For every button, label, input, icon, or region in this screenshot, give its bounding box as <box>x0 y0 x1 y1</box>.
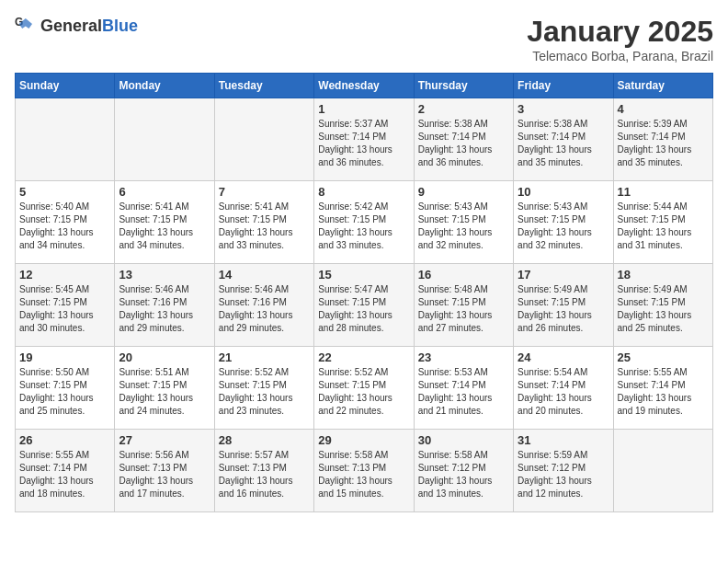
calendar-title: January 2025 <box>527 15 713 49</box>
header-friday: Friday <box>514 74 613 98</box>
calendar-cell <box>613 430 712 512</box>
calendar-cell: 26Sunrise: 5:55 AM Sunset: 7:14 PM Dayli… <box>16 430 115 512</box>
header-tuesday: Tuesday <box>214 74 313 98</box>
header-monday: Monday <box>115 74 214 98</box>
day-info: Sunrise: 5:55 AM Sunset: 7:14 PM Dayligh… <box>618 366 709 418</box>
day-info: Sunrise: 5:47 AM Sunset: 7:15 PM Dayligh… <box>318 283 409 335</box>
day-number: 22 <box>318 350 409 364</box>
day-number: 4 <box>618 102 709 116</box>
calendar-cell <box>115 98 214 181</box>
calendar-cell: 31Sunrise: 5:59 AM Sunset: 7:12 PM Dayli… <box>514 430 613 512</box>
calendar-cell <box>214 98 313 181</box>
day-number: 26 <box>19 433 110 447</box>
calendar-week-1: 1Sunrise: 5:37 AM Sunset: 7:14 PM Daylig… <box>16 98 713 181</box>
calendar-cell: 14Sunrise: 5:46 AM Sunset: 7:16 PM Dayli… <box>214 264 313 347</box>
calendar-cell: 10Sunrise: 5:43 AM Sunset: 7:15 PM Dayli… <box>514 181 613 264</box>
day-info: Sunrise: 5:43 AM Sunset: 7:15 PM Dayligh… <box>518 201 609 252</box>
calendar-cell: 16Sunrise: 5:48 AM Sunset: 7:15 PM Dayli… <box>414 264 513 347</box>
day-number: 25 <box>618 350 709 364</box>
logo-wordmark: GeneralBlue <box>40 17 138 36</box>
day-info: Sunrise: 5:37 AM Sunset: 7:14 PM Dayligh… <box>318 118 409 169</box>
day-info: Sunrise: 5:54 AM Sunset: 7:14 PM Dayligh… <box>518 366 609 418</box>
day-info: Sunrise: 5:52 AM Sunset: 7:15 PM Dayligh… <box>219 366 310 418</box>
day-info: Sunrise: 5:45 AM Sunset: 7:15 PM Dayligh… <box>19 283 110 335</box>
logo-blue: Blue <box>102 17 138 35</box>
day-info: Sunrise: 5:41 AM Sunset: 7:15 PM Dayligh… <box>119 201 210 252</box>
calendar-cell: 29Sunrise: 5:58 AM Sunset: 7:13 PM Dayli… <box>314 430 414 512</box>
day-number: 31 <box>518 433 609 447</box>
day-info: Sunrise: 5:56 AM Sunset: 7:13 PM Dayligh… <box>119 449 210 500</box>
day-number: 12 <box>19 268 110 282</box>
day-number: 17 <box>518 268 609 282</box>
header-thursday: Thursday <box>414 74 513 98</box>
header-sunday: Sunday <box>16 74 115 98</box>
day-info: Sunrise: 5:50 AM Sunset: 7:15 PM Dayligh… <box>19 366 110 418</box>
day-info: Sunrise: 5:46 AM Sunset: 7:16 PM Dayligh… <box>219 283 310 335</box>
calendar-cell: 24Sunrise: 5:54 AM Sunset: 7:14 PM Dayli… <box>514 347 613 430</box>
calendar-body: 1Sunrise: 5:37 AM Sunset: 7:14 PM Daylig… <box>16 98 713 512</box>
calendar-cell: 5Sunrise: 5:40 AM Sunset: 7:15 PM Daylig… <box>16 181 115 264</box>
day-number: 10 <box>518 185 609 199</box>
logo-general: General <box>40 17 102 35</box>
calendar-cell: 28Sunrise: 5:57 AM Sunset: 7:13 PM Dayli… <box>214 430 313 512</box>
day-info: Sunrise: 5:57 AM Sunset: 7:13 PM Dayligh… <box>219 449 310 500</box>
day-info: Sunrise: 5:40 AM Sunset: 7:15 PM Dayligh… <box>19 201 110 252</box>
calendar-header: Sunday Monday Tuesday Wednesday Thursday… <box>16 74 713 98</box>
day-info: Sunrise: 5:41 AM Sunset: 7:15 PM Dayligh… <box>219 201 310 252</box>
day-number: 16 <box>418 268 509 282</box>
calendar-cell: 21Sunrise: 5:52 AM Sunset: 7:15 PM Dayli… <box>214 347 313 430</box>
header: G GeneralBlue January 2025 Telemaco Borb… <box>15 15 713 63</box>
calendar-week-2: 5Sunrise: 5:40 AM Sunset: 7:15 PM Daylig… <box>16 181 713 264</box>
calendar-cell: 6Sunrise: 5:41 AM Sunset: 7:15 PM Daylig… <box>115 181 214 264</box>
day-number: 1 <box>318 102 409 116</box>
day-info: Sunrise: 5:48 AM Sunset: 7:15 PM Dayligh… <box>418 283 509 335</box>
calendar-subtitle: Telemaco Borba, Parana, Brazil <box>527 49 713 63</box>
day-number: 9 <box>418 185 509 199</box>
day-number: 28 <box>219 433 310 447</box>
day-info: Sunrise: 5:39 AM Sunset: 7:14 PM Dayligh… <box>618 118 709 169</box>
calendar-cell: 4Sunrise: 5:39 AM Sunset: 7:14 PM Daylig… <box>613 98 712 181</box>
calendar-cell: 25Sunrise: 5:55 AM Sunset: 7:14 PM Dayli… <box>613 347 712 430</box>
day-info: Sunrise: 5:42 AM Sunset: 7:15 PM Dayligh… <box>318 201 409 252</box>
day-number: 24 <box>518 350 609 364</box>
day-info: Sunrise: 5:46 AM Sunset: 7:16 PM Dayligh… <box>119 283 210 335</box>
day-info: Sunrise: 5:58 AM Sunset: 7:12 PM Dayligh… <box>418 449 509 500</box>
header-saturday: Saturday <box>613 74 712 98</box>
day-number: 18 <box>618 268 709 282</box>
calendar-week-5: 26Sunrise: 5:55 AM Sunset: 7:14 PM Dayli… <box>16 430 713 512</box>
calendar-cell: 9Sunrise: 5:43 AM Sunset: 7:15 PM Daylig… <box>414 181 513 264</box>
day-number: 27 <box>119 433 210 447</box>
calendar-cell: 19Sunrise: 5:50 AM Sunset: 7:15 PM Dayli… <box>16 347 115 430</box>
day-number: 30 <box>418 433 509 447</box>
calendar-table: Sunday Monday Tuesday Wednesday Thursday… <box>15 73 713 512</box>
day-info: Sunrise: 5:43 AM Sunset: 7:15 PM Dayligh… <box>418 201 509 252</box>
day-number: 5 <box>19 185 110 199</box>
calendar-week-4: 19Sunrise: 5:50 AM Sunset: 7:15 PM Dayli… <box>16 347 713 430</box>
day-number: 19 <box>19 350 110 364</box>
calendar-cell: 23Sunrise: 5:53 AM Sunset: 7:14 PM Dayli… <box>414 347 513 430</box>
calendar-cell: 13Sunrise: 5:46 AM Sunset: 7:16 PM Dayli… <box>115 264 214 347</box>
calendar-cell: 2Sunrise: 5:38 AM Sunset: 7:14 PM Daylig… <box>414 98 513 181</box>
day-info: Sunrise: 5:38 AM Sunset: 7:14 PM Dayligh… <box>518 118 609 169</box>
day-info: Sunrise: 5:59 AM Sunset: 7:12 PM Dayligh… <box>518 449 609 500</box>
day-info: Sunrise: 5:49 AM Sunset: 7:15 PM Dayligh… <box>518 283 609 335</box>
calendar-cell: 7Sunrise: 5:41 AM Sunset: 7:15 PM Daylig… <box>214 181 313 264</box>
header-wednesday: Wednesday <box>314 74 414 98</box>
calendar-cell: 1Sunrise: 5:37 AM Sunset: 7:14 PM Daylig… <box>314 98 414 181</box>
calendar-cell: 8Sunrise: 5:42 AM Sunset: 7:15 PM Daylig… <box>314 181 414 264</box>
day-info: Sunrise: 5:55 AM Sunset: 7:14 PM Dayligh… <box>19 449 110 500</box>
day-number: 21 <box>219 350 310 364</box>
day-number: 11 <box>618 185 709 199</box>
day-number: 13 <box>119 268 210 282</box>
calendar-week-3: 12Sunrise: 5:45 AM Sunset: 7:15 PM Dayli… <box>16 264 713 347</box>
calendar-cell: 30Sunrise: 5:58 AM Sunset: 7:12 PM Dayli… <box>414 430 513 512</box>
calendar-cell: 15Sunrise: 5:47 AM Sunset: 7:15 PM Dayli… <box>314 264 414 347</box>
day-number: 15 <box>318 268 409 282</box>
calendar-cell: 18Sunrise: 5:49 AM Sunset: 7:15 PM Dayli… <box>613 264 712 347</box>
day-info: Sunrise: 5:53 AM Sunset: 7:14 PM Dayligh… <box>418 366 509 418</box>
logo: G GeneralBlue <box>15 15 138 37</box>
day-info: Sunrise: 5:44 AM Sunset: 7:15 PM Dayligh… <box>618 201 709 252</box>
calendar-cell: 11Sunrise: 5:44 AM Sunset: 7:15 PM Dayli… <box>613 181 712 264</box>
day-number: 29 <box>318 433 409 447</box>
day-number: 2 <box>418 102 509 116</box>
